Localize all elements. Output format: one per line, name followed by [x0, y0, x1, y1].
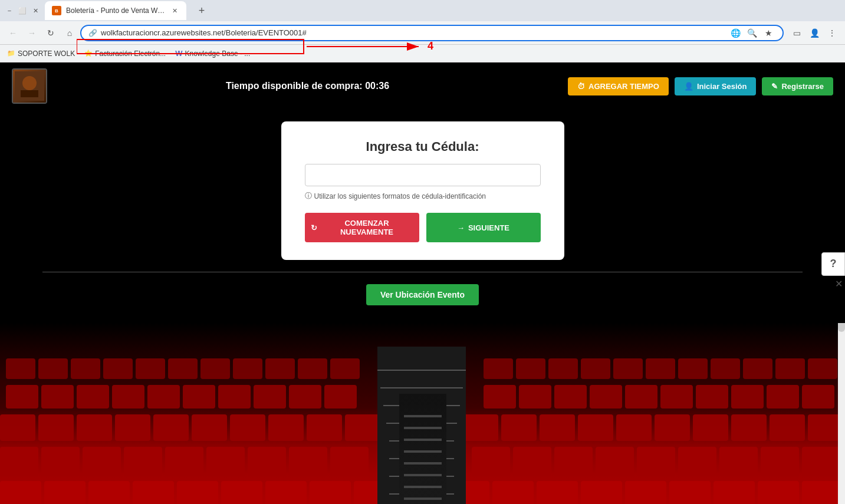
svg-rect-87: [0, 481, 41, 504]
svg-rect-27: [775, 358, 805, 379]
svg-rect-79: [513, 447, 551, 476]
add-time-button[interactable]: ⏱ AGREGAR TIEMPO: [568, 77, 669, 95]
close-help-button[interactable]: ✕: [835, 278, 843, 289]
svg-rect-7: [6, 358, 35, 379]
svg-rect-38: [324, 385, 357, 409]
reset-button[interactable]: ↻ COMENZAR NUEVAMENTE: [305, 213, 419, 242]
svg-rect-51: [77, 414, 112, 441]
stair-3: [404, 439, 442, 441]
svg-rect-85: [761, 447, 799, 476]
svg-rect-23: [646, 358, 675, 379]
header-center: Tiempo disponible de compra: 00:36: [47, 81, 568, 91]
cedula-actions: ↻ COMENZAR NUEVAMENTE → SIGUIENTE: [305, 213, 541, 242]
svg-rect-65: [693, 414, 728, 441]
translate-button[interactable]: 🌐: [728, 26, 742, 40]
svg-rect-28: [808, 358, 837, 379]
register-button[interactable]: ✎ Registrarse: [762, 77, 833, 95]
bookmark-knowledge[interactable]: W Knowledge Base - ...: [175, 49, 250, 58]
svg-rect-98: [537, 481, 578, 504]
header-logo: [12, 68, 47, 104]
extensions-button[interactable]: ▭: [788, 25, 805, 41]
reload-button[interactable]: ↻: [42, 25, 59, 41]
search-button[interactable]: 🔍: [745, 26, 759, 40]
cedula-input[interactable]: [305, 164, 541, 186]
svg-rect-29: [6, 385, 38, 409]
svg-rect-17: [330, 358, 360, 379]
svg-rect-36: [254, 385, 286, 409]
svg-rect-67: [770, 414, 805, 441]
svg-point-5: [22, 76, 37, 90]
window-controls: − ⬜ ✕: [5, 6, 40, 15]
svg-rect-6: [21, 90, 38, 97]
tab-favicon: B: [52, 6, 61, 15]
svg-rect-52: [115, 414, 150, 441]
bookmarks-bar: 📁 SOPORTE WOLK ⭐ Facturación Electrón...…: [0, 45, 845, 62]
header-actions: ⏱ AGREGAR TIEMPO 👤 Iniciar Sesión ✎ Regi…: [568, 77, 833, 95]
stair-1: [404, 415, 442, 417]
question-icon: ?: [830, 258, 837, 270]
stair-7: [404, 486, 442, 488]
bookmark-star-button[interactable]: ★: [761, 26, 775, 40]
svg-rect-46: [731, 385, 764, 409]
login-button[interactable]: 👤 Iniciar Sesión: [675, 77, 757, 95]
svg-rect-75: [248, 447, 286, 476]
close-button[interactable]: ✕: [31, 6, 40, 15]
svg-rect-35: [218, 385, 251, 409]
svg-rect-74: [206, 447, 245, 476]
svg-rect-14: [233, 358, 262, 379]
svg-rect-73: [165, 447, 203, 476]
title-bar: − ⬜ ✕ B Boletería - Punto de Venta Wol..…: [0, 0, 845, 21]
new-tab-button[interactable]: +: [193, 2, 210, 19]
back-button[interactable]: ←: [5, 25, 21, 41]
svg-rect-57: [307, 414, 342, 441]
svg-rect-66: [731, 414, 767, 441]
forward-button[interactable]: →: [24, 25, 40, 41]
bookmark-soporte[interactable]: 📁 SOPORTE WOLK: [7, 50, 75, 58]
svg-rect-39: [484, 385, 516, 409]
help-button[interactable]: ?: [821, 252, 845, 276]
info-icon: ⓘ: [305, 191, 312, 201]
ubicacion-button[interactable]: Ver Ubicación Evento: [366, 284, 479, 305]
svg-rect-103: [758, 481, 799, 504]
theater-background: [0, 323, 845, 504]
maximize-button[interactable]: ⬜: [18, 6, 27, 15]
svg-rect-62: [578, 414, 613, 441]
svg-rect-56: [268, 414, 304, 441]
address-bar-row: ← → ↻ ⌂ 🔗 wolkfacturacioncr.azurewebsite…: [0, 21, 845, 45]
star-icon: ⭐: [84, 50, 93, 57]
home-button[interactable]: ⌂: [61, 25, 78, 41]
svg-rect-94: [310, 481, 351, 504]
bookmark-facturacion[interactable]: ⭐ Facturación Electrón...: [84, 50, 166, 58]
minimize-button[interactable]: −: [5, 6, 14, 15]
svg-rect-42: [590, 385, 622, 409]
stair-2: [404, 427, 442, 429]
next-button[interactable]: → SIGUIENTE: [426, 213, 541, 242]
svg-rect-9: [71, 358, 100, 379]
w-icon: W: [175, 49, 182, 58]
svg-rect-20: [548, 358, 578, 379]
profile-button[interactable]: 👤: [806, 25, 823, 41]
svg-rect-48: [802, 385, 834, 409]
svg-rect-76: [289, 447, 327, 476]
tab-close-button[interactable]: ✕: [170, 6, 179, 15]
svg-rect-80: [554, 447, 593, 476]
address-bar[interactable]: 🔗 wolkfacturacioncr.azurewebsites.net/Bo…: [80, 25, 784, 41]
reset-icon: ↻: [311, 223, 317, 232]
browser-tab[interactable]: B Boletería - Punto de Venta Wol... ✕: [45, 1, 186, 20]
svg-rect-31: [77, 385, 109, 409]
stair-5: [404, 462, 442, 465]
svg-rect-59: [463, 414, 498, 441]
bookmark-facturacion-label: Facturación Electrón...: [95, 50, 166, 58]
svg-rect-101: [669, 481, 711, 504]
svg-rect-69: [0, 447, 38, 476]
svg-rect-63: [616, 414, 652, 441]
logo-image: [13, 70, 46, 103]
svg-rect-91: [177, 481, 218, 504]
svg-rect-44: [660, 385, 693, 409]
login-icon: 👤: [684, 82, 693, 91]
svg-rect-70: [41, 447, 80, 476]
svg-rect-26: [743, 358, 772, 379]
svg-rect-18: [484, 358, 513, 379]
svg-rect-104: [802, 481, 843, 504]
menu-button[interactable]: ⋮: [824, 25, 840, 41]
